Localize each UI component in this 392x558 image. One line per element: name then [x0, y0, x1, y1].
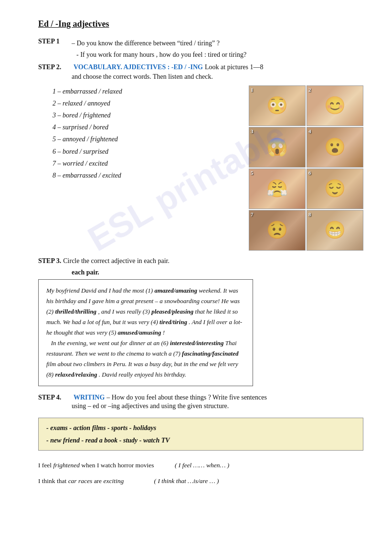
step4-section: STEP 4. WRITING – How do you feel about … — [38, 394, 363, 487]
step1-label: STEP 1 — [38, 38, 72, 61]
step4-highlight: WRITING — [74, 394, 105, 401]
example1-hint: ( I feel …… when… ) — [175, 462, 229, 469]
picture-6: 6 😌 — [307, 168, 363, 209]
step1-content: – Do you know the difference between “ti… — [72, 38, 363, 61]
step2-content: 1 – embarrassed / relaxed 2 – relaxed / … — [38, 85, 363, 251]
step2-section: STEP 2. VOCABULARY. AJDECTIVES : -ED / -… — [38, 63, 363, 251]
vocab-item-8: 8 – embarrassed / excited — [53, 169, 239, 181]
pictures-grid: 1 😳 2 😊 3 😱 4 😮 5 😤 6 😌 — [249, 85, 363, 251]
step1-line1: – Do you know the difference between “ti… — [72, 38, 363, 49]
page-title: Ed / -Ing adjectives — [38, 19, 363, 29]
vocab-item-1: 1 – embarrassed / relaxed — [53, 85, 239, 97]
step3-section: STEP 3. Circle the correct adjective in … — [38, 257, 363, 387]
example2: I think that car races are exciting ( I … — [38, 475, 363, 487]
keyword-box: - exams - action films - sports - holida… — [38, 418, 363, 450]
vocab-item-7: 7 – worried / excited — [53, 158, 239, 169]
step4-label: STEP 4. — [38, 394, 72, 401]
picture-7: 7 😟 — [249, 210, 306, 251]
step3-label: STEP 3. — [38, 257, 61, 265]
vocab-item-6: 6 – bored / surprised — [53, 146, 239, 158]
step1-line2: - If you work for many hours , how do yo… — [76, 49, 363, 61]
picture-5: 5 😤 — [249, 168, 306, 209]
step2-instruction: Look at pictures 1—8 — [205, 63, 263, 71]
step2-label: STEP 2. — [38, 63, 72, 71]
vocab-item-4: 4 – surprised / bored — [53, 121, 239, 133]
example2-hint: ( I think that …is/are … ) — [154, 477, 219, 484]
keyword-row1: - exams - action films - sports - holida… — [46, 422, 355, 434]
vocab-item-3: 3 – bored / frightened — [53, 109, 239, 121]
vocab-item-2: 2 – relaxed / annoyed — [53, 97, 239, 109]
step4-instruction2: using – ed or –ing adjectives and using … — [72, 402, 363, 410]
step2-instruction2: and choose the correct words. Then liste… — [72, 73, 363, 81]
step3-each-pair: each pair. — [72, 269, 363, 276]
keyword-row2: - new friend - read a book - study - wat… — [46, 434, 355, 446]
picture-8: 8 😁 — [307, 210, 363, 251]
vocab-list: 1 – embarrassed / relaxed 2 – relaxed / … — [53, 85, 239, 182]
step1-section: STEP 1 – Do you know the difference betw… — [38, 38, 363, 61]
picture-3: 3 😱 — [249, 127, 306, 168]
story-box: My boyfriend David and I had the most (1… — [38, 279, 253, 387]
picture-2: 2 😊 — [307, 85, 363, 126]
vocab-item-5: 5 – annoyed / frightened — [53, 133, 239, 145]
step3-instruction: Circle the correct adjective in each pai… — [63, 257, 170, 265]
picture-1: 1 😳 — [249, 85, 306, 126]
example1: I feel frightened when I watch horror mo… — [38, 459, 363, 472]
step4-instruction: – How do you feel about these things ? W… — [106, 394, 266, 401]
step2-highlight: VOCABULARY. AJDECTIVES : -ED / -ING — [74, 63, 203, 71]
picture-4: 4 😮 — [307, 127, 363, 168]
